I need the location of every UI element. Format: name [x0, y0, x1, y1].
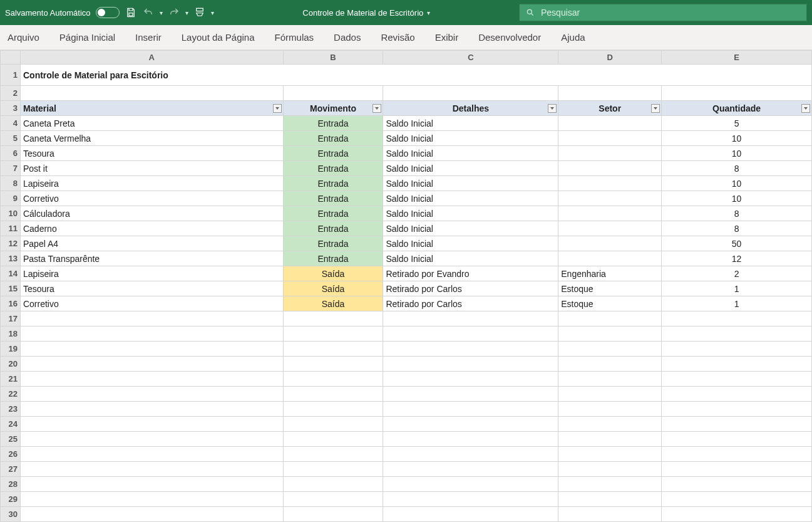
ribbon-tab-inserir[interactable]: Inserir: [134, 27, 163, 48]
cell-movimento[interactable]: Entrada: [283, 236, 383, 251]
table-row[interactable]: 25: [1, 432, 812, 447]
cell-quantidade[interactable]: 8: [662, 161, 812, 176]
cell-quantidade[interactable]: 10: [662, 176, 812, 191]
cell-movimento[interactable]: Entrada: [283, 221, 383, 236]
row-header-29[interactable]: 29: [1, 492, 21, 507]
cell-material[interactable]: Lapiseira: [20, 176, 283, 191]
filter-dropdown-icon[interactable]: [651, 104, 660, 113]
row-header-2[interactable]: 2: [1, 86, 21, 101]
cell-setor[interactable]: Estoque: [558, 296, 662, 311]
table-row[interactable]: 18: [1, 326, 812, 342]
cell-quantidade[interactable]: 8: [662, 206, 812, 221]
row-header-25[interactable]: 25: [1, 432, 21, 447]
row-header-18[interactable]: 18: [1, 326, 21, 342]
table-row[interactable]: 8 Lapiseira Entrada Saldo Inicial 10: [1, 176, 812, 191]
header-detalhes[interactable]: Detalhes: [383, 101, 558, 116]
row-header-12[interactable]: 12: [1, 236, 21, 251]
row-header-4[interactable]: 4: [1, 116, 21, 131]
print-icon[interactable]: [193, 6, 206, 19]
cell-material[interactable]: Pasta Transparênte: [20, 251, 283, 266]
ribbon-tab-f-rmulas[interactable]: Fórmulas: [274, 27, 316, 48]
table-row[interactable]: 27: [1, 462, 812, 477]
table-row[interactable]: 7 Post it Entrada Saldo Inicial 8: [1, 161, 812, 176]
cell-detalhes[interactable]: Retirado por Evandro: [383, 266, 558, 281]
table-row[interactable]: 6 Tesoura Entrada Saldo Inicial 10: [1, 146, 812, 161]
cell-detalhes[interactable]: Saldo Inicial: [383, 251, 558, 266]
row-header-19[interactable]: 19: [1, 342, 21, 357]
table-row[interactable]: 19: [1, 342, 812, 357]
cell-quantidade[interactable]: 2: [662, 266, 812, 281]
search-box[interactable]: [519, 4, 807, 21]
col-header-B[interactable]: B: [283, 51, 383, 65]
filter-dropdown-icon[interactable]: [373, 104, 381, 113]
row-header-10[interactable]: 10: [1, 206, 21, 221]
cell-movimento[interactable]: Entrada: [283, 116, 383, 131]
cell-detalhes[interactable]: Retirado por Carlos: [383, 296, 558, 311]
cell-movimento[interactable]: Entrada: [283, 206, 383, 221]
doc-title[interactable]: Controle de Material de Escritório: [302, 8, 423, 18]
cell-quantidade[interactable]: 8: [662, 221, 812, 236]
sheet-title[interactable]: Controle de Material para Escitório: [20, 65, 811, 86]
table-row[interactable]: 12 Papel A4 Entrada Saldo Inicial 50: [1, 236, 812, 251]
cell-detalhes[interactable]: Retirado por Carlos: [383, 281, 558, 296]
row-header-16[interactable]: 16: [1, 296, 21, 311]
row-header-6[interactable]: 6: [1, 146, 21, 161]
cell-detalhes[interactable]: Saldo Inicial: [383, 176, 558, 191]
table-row[interactable]: 24: [1, 417, 812, 432]
cell-quantidade[interactable]: 1: [662, 281, 812, 296]
cell-setor[interactable]: [558, 191, 662, 206]
row-header-14[interactable]: 14: [1, 266, 21, 281]
cell-movimento[interactable]: Saída: [283, 266, 383, 281]
cell-setor[interactable]: Estoque: [558, 281, 662, 296]
header-setor[interactable]: Setor: [558, 101, 662, 116]
cell-setor[interactable]: [558, 176, 662, 191]
row-header-28[interactable]: 28: [1, 477, 21, 492]
cell-detalhes[interactable]: Saldo Inicial: [383, 116, 558, 131]
cell-material[interactable]: Tesoura: [20, 146, 283, 161]
ribbon-tab-dados[interactable]: Dados: [332, 27, 362, 48]
cell-movimento[interactable]: Entrada: [283, 191, 383, 206]
table-row[interactable]: 9 Corretivo Entrada Saldo Inicial 10: [1, 191, 812, 206]
spreadsheet-grid[interactable]: ABCDE1 Controle de Material para Escitór…: [0, 50, 812, 522]
ribbon-tab-exibir[interactable]: Exibir: [434, 27, 460, 48]
ribbon-tab-desenvolvedor[interactable]: Desenvolvedor: [477, 27, 542, 48]
table-row[interactable]: 20: [1, 357, 812, 372]
table-row[interactable]: 26: [1, 447, 812, 462]
header-quantidade[interactable]: Quantidade: [662, 101, 812, 116]
table-row[interactable]: 30: [1, 507, 812, 522]
cell-quantidade[interactable]: 10: [662, 146, 812, 161]
cell-material[interactable]: Post it: [20, 161, 283, 176]
cell-movimento[interactable]: Entrada: [283, 146, 383, 161]
cell-setor[interactable]: Engenharia: [558, 266, 662, 281]
table-row[interactable]: 4 Caneta Preta Entrada Saldo Inicial 5: [1, 116, 812, 131]
header-movimento[interactable]: Movimento: [283, 101, 383, 116]
filter-dropdown-icon[interactable]: [273, 104, 282, 113]
filter-dropdown-icon[interactable]: [801, 104, 810, 113]
row-header-15[interactable]: 15: [1, 281, 21, 296]
table-row[interactable]: 14 Lapiseira Saída Retirado por Evandro …: [1, 266, 812, 281]
table-row[interactable]: 16 Corretivo Saída Retirado por Carlos E…: [1, 296, 812, 311]
row-header-3[interactable]: 3: [1, 101, 21, 116]
redo-icon[interactable]: [168, 6, 180, 19]
cell-detalhes[interactable]: Saldo Inicial: [383, 161, 558, 176]
row-header-7[interactable]: 7: [1, 161, 21, 176]
cell-movimento[interactable]: Entrada: [283, 176, 383, 191]
cell-material[interactable]: Papel A4: [20, 236, 283, 251]
cell-setor[interactable]: [558, 146, 662, 161]
cell-detalhes[interactable]: Saldo Inicial: [383, 191, 558, 206]
cell-movimento[interactable]: Entrada: [283, 131, 383, 146]
row-header-5[interactable]: 5: [1, 131, 21, 146]
cell-detalhes[interactable]: Saldo Inicial: [383, 221, 558, 236]
cell-setor[interactable]: [558, 236, 662, 251]
row-header-13[interactable]: 13: [1, 251, 21, 266]
cell-quantidade[interactable]: 5: [662, 116, 812, 131]
col-header-A[interactable]: A: [20, 51, 283, 65]
table-row[interactable]: 15 Tesoura Saída Retirado por Carlos Est…: [1, 281, 812, 296]
col-header-C[interactable]: C: [383, 51, 558, 65]
cell-material[interactable]: Caneta Vermelha: [20, 131, 283, 146]
cell-material[interactable]: Caneta Preta: [20, 116, 283, 131]
cell-setor[interactable]: [558, 161, 662, 176]
cell-setor[interactable]: [558, 221, 662, 236]
cell-movimento[interactable]: Entrada: [283, 161, 383, 176]
cell-material[interactable]: Lapiseira: [20, 266, 283, 281]
